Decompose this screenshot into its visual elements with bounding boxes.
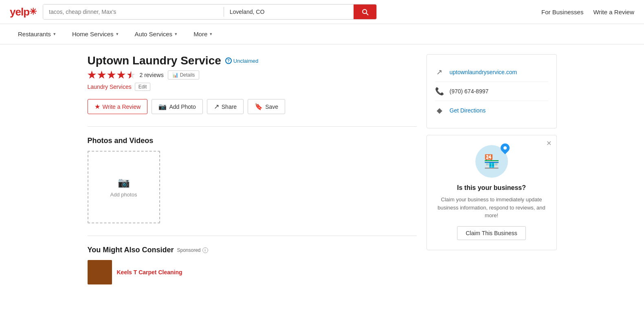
directions-row: ◆ Get Directions [435, 101, 548, 120]
svg-marker-2 [127, 71, 135, 79]
external-link-icon: ↗ [435, 68, 444, 77]
nav-item-restaurants[interactable]: Restaurants ▾ [10, 24, 64, 44]
add-photo-button[interactable]: 📷 Add Photo [152, 99, 202, 114]
for-businesses-link[interactable]: For Businesses [541, 9, 583, 15]
sponsored-badge: Sponsored i [177, 247, 208, 253]
reviews-count: 2 reviews [140, 72, 164, 78]
star-3 [107, 71, 116, 79]
photos-section-title: Photos and Videos [88, 137, 417, 145]
right-panel: ↗ uptownlaundryservice.com 📞 (970) 674-8… [426, 54, 557, 284]
also-consider-title: You Might Also Consider [88, 246, 174, 254]
write-review-label: Write a Review [103, 104, 141, 110]
category-link[interactable]: Laundry Services [88, 84, 132, 90]
star-1 [88, 71, 97, 79]
save-button[interactable]: 🔖 Save [248, 99, 285, 114]
business-thumbnail [88, 260, 112, 284]
site-header: yelp✳ For Businesses Write a Review [0, 0, 644, 24]
save-label: Save [265, 104, 278, 110]
nav-item-home-services[interactable]: Home Services ▾ [64, 24, 127, 44]
pin-inner [503, 146, 507, 150]
search-button[interactable] [354, 4, 376, 19]
phone-number: (970) 674-8997 [450, 88, 489, 95]
details-button[interactable]: 📊 Details [168, 71, 200, 79]
left-panel: Uptown Laundry Service ? Unclaimed [88, 54, 417, 284]
write-review-link[interactable]: Write a Review [593, 9, 634, 15]
website-link[interactable]: uptownlaundryservice.com [450, 69, 517, 75]
directions-link[interactable]: Get Directions [450, 107, 486, 114]
nav-restaurants-label: Restaurants [18, 31, 51, 37]
claim-description: Claim your business to immediately updat… [435, 196, 548, 220]
phone-icon: 📞 [435, 87, 444, 96]
star-rating [88, 71, 136, 79]
unclaimed-label: Unclaimed [233, 58, 258, 64]
bookmark-icon: 🔖 [255, 103, 263, 110]
category-row: Laundry Services Edit [88, 83, 417, 91]
chevron-down-icon: ▾ [116, 31, 119, 37]
yelp-text: yelp [10, 6, 29, 18]
write-review-button[interactable]: ★ Write a Review [88, 99, 148, 114]
claim-card: ✕ 🏪 Is this your business? Claim your bu… [426, 135, 557, 250]
nav-item-auto-services[interactable]: Auto Services ▾ [127, 24, 186, 44]
contact-card: ↗ uptownlaundryservice.com 📞 (970) 674-8… [426, 54, 557, 128]
sponsored-label: Sponsored [177, 247, 201, 253]
business-name: Uptown Laundry Service [88, 54, 221, 67]
share-icon: ↗ [214, 103, 219, 110]
nav-bar: Restaurants ▾ Home Services ▾ Auto Servi… [0, 24, 644, 44]
close-claim-button[interactable]: ✕ [546, 139, 552, 147]
unclaimed-badge[interactable]: ? Unclaimed [225, 57, 258, 64]
also-consider-header: You Might Also Consider Sponsored i [88, 246, 417, 254]
star-5-half [127, 71, 136, 79]
info-icon[interactable]: i [202, 247, 208, 253]
location-input[interactable] [224, 4, 354, 19]
yelp-logo[interactable]: yelp✳ [10, 6, 36, 18]
chevron-down-icon: ▾ [175, 31, 177, 37]
chevron-down-icon: ▾ [53, 31, 56, 37]
section-divider-2 [88, 236, 417, 236]
share-label: Share [222, 104, 237, 110]
also-consider-business-name[interactable]: Keels T Carpet Cleaning [117, 269, 182, 276]
camera-icon: 📷 [158, 103, 167, 110]
nav-more-label: More [193, 31, 207, 37]
add-photo-label: Add Photo [169, 104, 196, 110]
store-icon: 🏪 [484, 154, 500, 169]
phone-row: 📞 (970) 674-8997 [435, 82, 548, 101]
bar-chart-icon: 📊 [172, 72, 178, 78]
claim-business-button[interactable]: Claim This Business [457, 226, 526, 240]
details-label: Details [180, 72, 195, 78]
chevron-down-icon: ▾ [210, 31, 212, 37]
add-photos-label: Add photos [110, 192, 137, 198]
search-bar [43, 4, 377, 20]
star-2 [97, 71, 106, 79]
search-icon [361, 8, 369, 16]
website-row: ↗ uptownlaundryservice.com [435, 63, 548, 82]
rating-row: 2 reviews 📊 Details [88, 71, 417, 79]
camera-large-icon: 📷 [118, 177, 130, 188]
directions-icon: ◆ [435, 106, 444, 115]
nav-item-more[interactable]: More ▾ [185, 24, 220, 44]
header-links: For Businesses Write a Review [541, 9, 634, 15]
star-4 [117, 71, 126, 79]
nav-home-services-label: Home Services [72, 31, 114, 37]
claim-illustration: 🏪 [475, 145, 508, 178]
also-consider-item: Keels T Carpet Cleaning [88, 260, 417, 284]
yelp-burst-icon: ✳ [29, 7, 36, 17]
nav-auto-services-label: Auto Services [135, 31, 173, 37]
action-buttons: ★ Write a Review 📷 Add Photo ↗ Share 🔖 S… [88, 99, 417, 114]
share-button[interactable]: ↗ Share [207, 99, 244, 114]
business-title-row: Uptown Laundry Service ? Unclaimed [88, 54, 417, 67]
main-content: Uptown Laundry Service ? Unclaimed [78, 44, 567, 294]
unclaimed-icon: ? [225, 57, 232, 64]
star-icon: ★ [95, 103, 100, 110]
add-photos-placeholder[interactable]: 📷 Add photos [88, 151, 160, 223]
section-divider [88, 126, 417, 127]
claim-title: Is this your business? [435, 184, 548, 192]
search-input[interactable] [43, 4, 224, 19]
edit-button[interactable]: Edit [135, 83, 151, 91]
